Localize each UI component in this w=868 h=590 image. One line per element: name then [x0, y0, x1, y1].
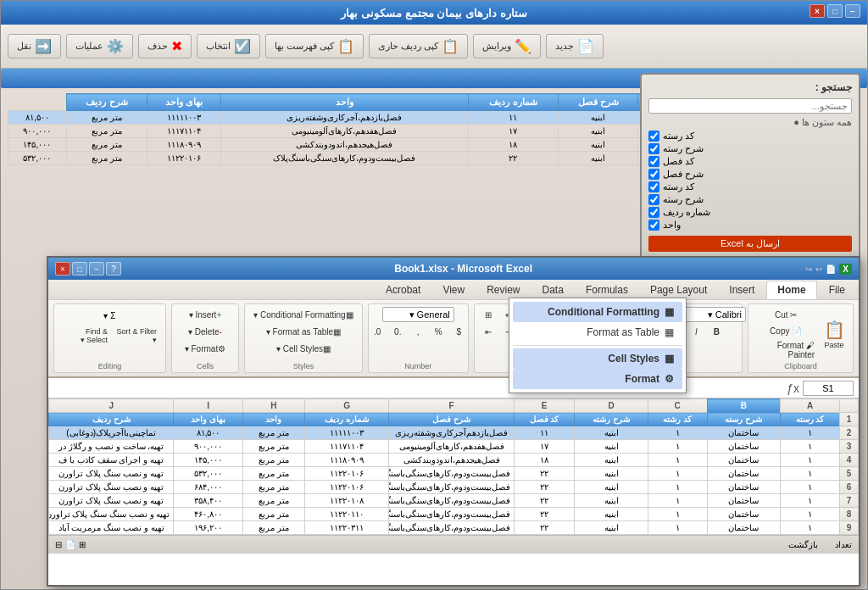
editing-content: Σ ▾ Sort & Filter ▾ Find & Select ▾ — [59, 307, 160, 346]
format-as-table-item[interactable]: ▦ Format as Table — [513, 322, 682, 342]
grid-row[interactable]: 5۱ساختمان۱ابنیه۲۲فصل‌بیست‌ودوم،کارهای‌سن… — [49, 467, 859, 481]
btn-jadid[interactable]: 📄جدید — [546, 34, 604, 58]
sort-filter-btn[interactable]: Sort & Filter ▾ — [113, 326, 160, 346]
insert-cells-btn[interactable]: + Insert ▾ — [186, 307, 225, 322]
number-format-box[interactable]: General ▾ — [382, 307, 454, 322]
format-cells-btn[interactable]: ⚙ Format ▾ — [181, 341, 229, 356]
merge-btn[interactable]: ⊞ — [479, 307, 498, 322]
menu-tab-page layout[interactable]: Page Layout — [640, 281, 717, 298]
menu-tab-acrobat[interactable]: Acrobat — [376, 281, 431, 298]
delete-cells-btn[interactable]: - Delete ▾ — [185, 324, 225, 339]
page-break-btn[interactable]: ⊟ — [55, 540, 62, 549]
menu-tab-review[interactable]: Review — [476, 281, 530, 298]
format-as-table-btn[interactable]: ▦ Format as Table ▾ — [263, 324, 344, 339]
view-buttons: ⊞ 📄 ⊟ — [55, 540, 86, 549]
btn-transfer[interactable]: ➡️نقل — [8, 34, 61, 58]
grid-row[interactable]: 6۱ساختمان۱ابنیه۲۲فصل‌بیست‌ودوم،کارهای‌سن… — [49, 481, 859, 494]
btn-virayesh[interactable]: ✏️ویرایش — [473, 34, 541, 58]
cell-1a[interactable]: کد رسته — [781, 413, 840, 426]
checklist-item[interactable]: واحد — [648, 220, 852, 231]
grid-row[interactable]: 2۱ساختمان۱ابنیه۱۱فصل‌یازدهم‌آجرکاری‌وشفت… — [49, 426, 859, 440]
cell-1j[interactable]: شرح ردیف — [49, 413, 174, 426]
bg-close-btn[interactable]: × — [810, 4, 825, 18]
cell-1g[interactable]: شماره ردیف — [305, 413, 389, 426]
bg-titlebar: ستاره دارهای بیمان مجتمع مسکونی بهار − □… — [1, 1, 867, 25]
dec-increase-btn[interactable]: .0 — [388, 324, 407, 339]
grid-row[interactable]: 8۱ساختمان۱ابنیه۲۲فصل‌بیست‌ودوم،کارهای‌سن… — [49, 508, 859, 521]
layout-view-btn[interactable]: 📄 — [65, 540, 75, 549]
normal-view-btn[interactable]: ⊞ — [79, 540, 86, 549]
bold-btn[interactable]: B — [707, 324, 726, 339]
cs-icon: ▦ — [665, 353, 674, 365]
copy-button[interactable]: 📄 Copy — [754, 323, 818, 338]
checklist-checkbox[interactable] — [648, 181, 659, 192]
btn-delete[interactable]: ✖حذف — [138, 34, 192, 58]
name-box[interactable] — [803, 381, 854, 396]
checklist-checkbox[interactable] — [648, 156, 659, 167]
row-num-header — [840, 399, 859, 413]
formula-icon: ƒx — [787, 381, 799, 395]
excel-close-btn[interactable]: × — [55, 262, 70, 276]
styles-label: Styles — [245, 362, 362, 370]
checklist-item[interactable]: کد رسته — [648, 181, 852, 192]
grid-row[interactable]: 9۱ساختمان۱ابنیه۲۲فصل‌بیست‌ودوم،کارهای‌سن… — [49, 521, 859, 535]
excel-help-btn[interactable]: ? — [106, 262, 121, 276]
search-input[interactable] — [648, 98, 852, 114]
excel-minimize-btn[interactable]: − — [89, 262, 104, 276]
comma-btn[interactable]: , — [409, 324, 427, 339]
btn-copy-row[interactable]: 📋کپی ردیف حاری — [369, 34, 468, 58]
outdent-btn[interactable]: ⇤ — [479, 324, 498, 339]
menu-tab-data[interactable]: Data — [532, 281, 574, 298]
percent-btn[interactable]: % — [429, 324, 448, 339]
autosum-btn[interactable]: Σ ▾ — [97, 307, 121, 324]
format-item[interactable]: ⚙ Format — [513, 369, 682, 389]
bg-minimize-btn[interactable]: − — [845, 4, 860, 18]
checklist-checkbox[interactable] — [648, 131, 659, 142]
btn-operations[interactable]: ⚙️عملیات — [66, 34, 133, 58]
send-to-excel-btn[interactable]: ارسال به Excel — [648, 236, 852, 252]
btn-select[interactable]: ☑️انتخاب — [197, 34, 260, 58]
checklist-checkbox[interactable] — [648, 207, 659, 218]
currency-btn[interactable]: $ — [449, 324, 468, 339]
cell-1d[interactable]: شرح رشته — [575, 413, 648, 426]
col-header-5: واحد — [221, 94, 468, 111]
cut-button[interactable]: ✂ Cut — [754, 307, 818, 322]
conditional-formatting-item[interactable]: ▦ Conditional Formatting — [513, 302, 682, 322]
grid-row[interactable]: 3۱ساختمان۱ابنیه۱۷فصل‌هفدهم،کارهای‌آلومین… — [49, 440, 859, 454]
cell-1f[interactable]: شرح فصل — [389, 413, 514, 426]
grid-row[interactable]: 7۱ساختمان۱ابنیه۲۲فصل‌بیست‌ودوم،کارهای‌سن… — [49, 494, 859, 508]
cell-1i[interactable]: بهای واحد — [174, 413, 242, 426]
cell-1c[interactable]: کد رشته — [648, 413, 707, 426]
grid-row[interactable]: 4۱ساختمان۱ابنیه۱۸فصل‌هیجدهم،اندودوبندکشی… — [49, 454, 859, 467]
cell-styles-item[interactable]: ▦ Cell Styles — [513, 348, 682, 369]
menu-tab-view[interactable]: View — [432, 281, 475, 298]
btn-copy-list[interactable]: 📋کپی فهرست بها — [265, 34, 364, 58]
cell-1b[interactable]: شرح رسته — [707, 413, 780, 426]
ribbon-group-number: General ▾ $ % , .0 0. Number — [368, 303, 469, 373]
conditional-formatting-btn[interactable]: ▦ Conditional Formatting ▾ — [250, 307, 356, 322]
menu-tab-formulas[interactable]: Formulas — [576, 281, 638, 298]
cell-styles-btn[interactable]: ▦ Cell Styles ▾ — [273, 341, 334, 356]
italic-btn[interactable]: I — [687, 324, 705, 339]
find-select-btn[interactable]: Find & Select ▾ — [59, 326, 111, 346]
checklist-item[interactable]: کد رسته — [648, 131, 852, 142]
menu-tab-insert[interactable]: Insert — [719, 281, 765, 298]
checklist-checkbox[interactable] — [648, 220, 659, 231]
menu-tab-file[interactable]: File — [819, 281, 855, 298]
checklist-item[interactable]: شماره ردیف — [648, 207, 852, 218]
checklist-item[interactable]: کد فصل — [648, 156, 852, 167]
dec-decrease-btn[interactable]: 0. — [368, 324, 387, 339]
checklist-item[interactable]: شرح فصل — [648, 169, 852, 180]
format-painter-button[interactable]: 🖌 Format Painter — [754, 339, 818, 361]
checklist-checkbox[interactable] — [648, 169, 659, 180]
checklist-item[interactable]: شرح رسته — [648, 143, 852, 154]
cell-1h[interactable]: واحد — [242, 413, 304, 426]
menu-tab-home[interactable]: Home — [766, 281, 816, 299]
cell-1e[interactable]: کد فصل — [514, 413, 575, 426]
checklist-item[interactable]: شرح رسته — [648, 194, 852, 205]
checklist-checkbox[interactable] — [648, 194, 659, 205]
checklist-checkbox[interactable] — [648, 143, 659, 154]
bg-maximize-btn[interactable]: □ — [827, 4, 843, 18]
paste-button[interactable]: 📋 Paste — [821, 316, 848, 352]
excel-restore-btn[interactable]: □ — [72, 262, 87, 276]
